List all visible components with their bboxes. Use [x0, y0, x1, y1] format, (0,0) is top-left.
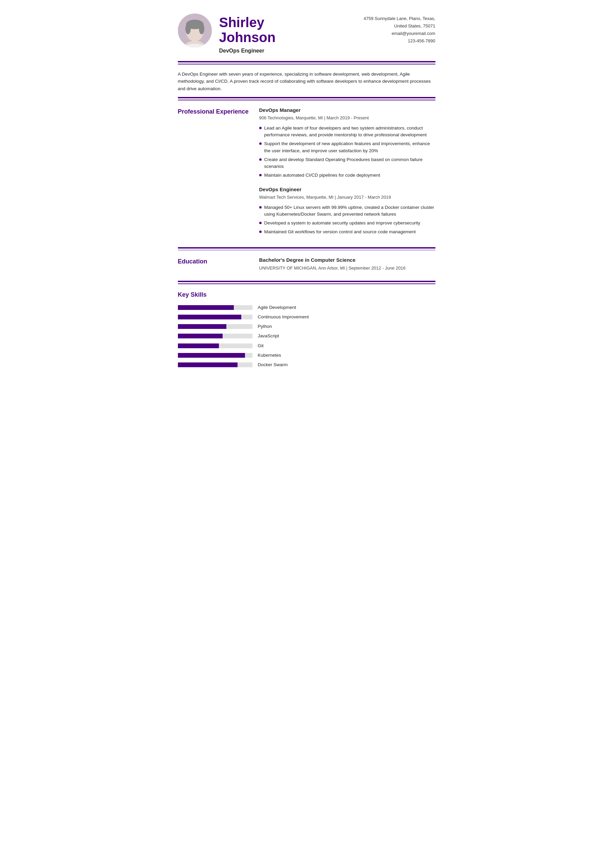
job-1: DevOps Manager 906 Technologies, Marquet… — [259, 107, 435, 179]
education-content: Bachelor's Degree in Computer Science UN… — [259, 256, 435, 271]
address-line2: United States, 75071 — [364, 22, 435, 30]
skill-bar-container — [178, 324, 252, 329]
skill-name: Continuous Improvement — [258, 314, 309, 321]
phone: 123-456-7890 — [364, 37, 435, 45]
bullet-dot — [259, 174, 262, 176]
experience-content: DevOps Manager 906 Technologies, Marquet… — [259, 107, 435, 242]
bullet-dot — [259, 127, 262, 129]
bullet-item: Support the development of new applicati… — [259, 140, 435, 154]
education-institution: UNIVERSITY OF MICHIGAN, Ann Arbor, MI | … — [259, 265, 435, 271]
skill-row: Git — [178, 343, 435, 349]
contact-info: 4759 Sunnydale Lane, Plano, Texas, Unite… — [364, 15, 435, 45]
education-section-title: Education — [178, 257, 259, 266]
skill-bar-container — [178, 315, 252, 319]
bullet-dot — [259, 231, 262, 233]
education-divider — [178, 281, 435, 284]
skill-row: Docker Swarm — [178, 361, 435, 368]
header-divider — [178, 61, 435, 64]
skill-bar-fill — [178, 305, 234, 310]
skill-bar-fill — [178, 353, 245, 358]
svg-point-5 — [185, 23, 191, 34]
bullet-dot — [259, 158, 262, 161]
skill-name: Python — [258, 323, 272, 330]
summary-divider — [178, 97, 435, 100]
bullet-item: Create and develop Standard Operating Pr… — [259, 156, 435, 170]
name-block: Shirley Johnson DevOps Engineer — [219, 15, 276, 55]
skill-bar-container — [178, 305, 252, 310]
summary-text: A DevOps Engineer with seven years of ex… — [178, 71, 435, 93]
job-2-title: DevOps Engineer — [259, 186, 435, 194]
bullet-dot — [259, 143, 262, 145]
skill-name: Agile Development — [258, 304, 296, 311]
skill-row: Kubernetes — [178, 352, 435, 359]
skill-row: Agile Development — [178, 304, 435, 311]
bullet-dot — [259, 222, 262, 224]
skills-section: Key Skills Agile Development Continuous … — [178, 290, 435, 369]
skill-bar-container — [178, 363, 252, 367]
job-1-bullets: Lead an Agile team of four developers an… — [259, 125, 435, 179]
job-2-company: Walmart Tech Services, Marquette, MI | J… — [259, 194, 435, 201]
skill-bar-container — [178, 344, 252, 348]
bullet-item: Managed 50+ Linux servers with 99.99% up… — [259, 204, 435, 218]
experience-title-col: Professional Experience — [178, 107, 259, 242]
candidate-job-title: DevOps Engineer — [219, 47, 276, 55]
address-line1: 4759 Sunnydale Lane, Plano, Texas, — [364, 15, 435, 22]
skill-name: Docker Swarm — [258, 361, 288, 368]
bullet-item: Maintained Git workflows for version con… — [259, 228, 435, 235]
experience-section-title: Professional Experience — [178, 107, 259, 116]
skill-bar-fill — [178, 315, 241, 319]
header: Shirley Johnson DevOps Engineer 4759 Sun… — [178, 14, 435, 55]
experience-section: Professional Experience DevOps Manager 9… — [178, 107, 435, 242]
education-degree: Bachelor's Degree in Computer Science — [259, 256, 435, 264]
skill-bar-fill — [178, 324, 226, 329]
skill-name: Kubernetes — [258, 352, 281, 359]
skill-bar-container — [178, 334, 252, 338]
job-2-bullets: Managed 50+ Linux servers with 99.99% up… — [259, 204, 435, 236]
skill-bar-fill — [178, 344, 219, 348]
resume-container: Shirley Johnson DevOps Engineer 4759 Sun… — [161, 0, 452, 384]
education-section: Education Bachelor's Degree in Computer … — [178, 256, 435, 271]
job-2: DevOps Engineer Walmart Tech Services, M… — [259, 186, 435, 236]
svg-point-6 — [199, 23, 204, 34]
skill-bar-fill — [178, 363, 238, 367]
experience-divider — [178, 247, 435, 251]
education-title-col: Education — [178, 256, 259, 271]
skill-row: Continuous Improvement — [178, 314, 435, 321]
skill-row: JavaScript — [178, 333, 435, 339]
bullet-item: Developed a system to automate security … — [259, 220, 435, 226]
skill-bar-fill — [178, 334, 223, 338]
job-1-company: 906 Technologies, Marquette, MI | March … — [259, 115, 435, 121]
bullet-dot — [259, 206, 262, 209]
skill-row: Python — [178, 323, 435, 330]
skill-name: JavaScript — [258, 333, 279, 339]
skill-bar-container — [178, 353, 252, 358]
skill-name: Git — [258, 343, 264, 349]
skills-section-title: Key Skills — [178, 290, 435, 299]
job-1-title: DevOps Manager — [259, 107, 435, 114]
bullet-item: Lead an Agile team of four developers an… — [259, 125, 435, 139]
header-left: Shirley Johnson DevOps Engineer — [178, 14, 276, 55]
avatar — [178, 14, 212, 48]
candidate-name: Shirley Johnson — [219, 15, 276, 45]
bullet-item: Maintain automated CI/CD pipelines for c… — [259, 172, 435, 179]
email: email@youremail.com — [364, 30, 435, 37]
